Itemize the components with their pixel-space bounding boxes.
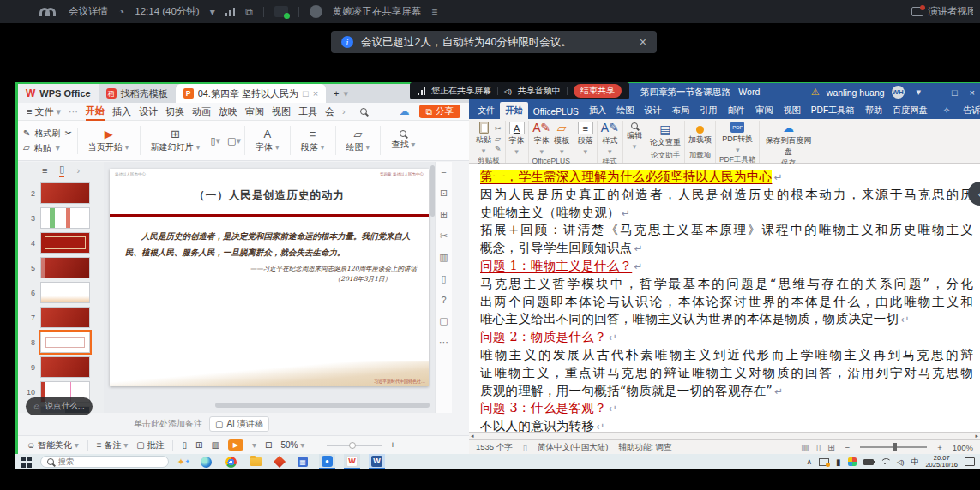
wps-zoom-slider[interactable] xyxy=(327,445,382,446)
slide-thumbnail[interactable]: 4 xyxy=(27,232,100,254)
notification-center-icon[interactable] xyxy=(965,457,975,466)
ai-speech-button[interactable]: ▢AI 演讲稿 xyxy=(209,416,269,432)
play-from-page-button[interactable]: ▶当页开始 ▾ xyxy=(81,128,136,153)
open-window-icon[interactable]: ⧉ xyxy=(245,6,253,18)
menu-item-slideshow[interactable]: 放映 xyxy=(219,105,237,118)
tab-design[interactable]: 设计 xyxy=(640,102,667,119)
draw-button[interactable]: ▱绘图 ▾ xyxy=(340,128,377,153)
wifi-icon[interactable] xyxy=(881,458,890,465)
thumbnail-view-icon[interactable]: ▯ xyxy=(59,164,64,177)
sorter-view-icon[interactable]: ⊞ xyxy=(195,440,202,450)
fit-icon[interactable]: ⊡ xyxy=(265,440,272,450)
word-paragraph-button[interactable]: ≡段落▾ xyxy=(578,122,593,156)
font-button[interactable]: A字体 ▾ xyxy=(249,128,286,153)
word-minimize-button[interactable]: ─ xyxy=(933,87,940,98)
account-avatar[interactable]: WH xyxy=(892,86,905,99)
app-tray-icon[interactable] xyxy=(848,457,857,466)
wps-horizontal-scrollbar[interactable] xyxy=(215,403,430,408)
slide-thumbnail[interactable]: 7 xyxy=(27,307,100,328)
time-chevron-icon[interactable]: ▾ xyxy=(210,6,215,18)
scroll-right-icon[interactable]: ▸ xyxy=(975,433,978,439)
chart-icon[interactable]: ▥ xyxy=(439,252,448,263)
word-zoom-slider[interactable] xyxy=(860,446,927,448)
menu-item-member[interactable]: 会 xyxy=(325,105,334,118)
stop-share-button[interactable]: 结束共享 xyxy=(574,84,622,98)
notes-toggle[interactable]: ≡ 备注 ▾ xyxy=(97,439,128,451)
meeting-chat-bubble[interactable]: ☺ 说点什么... xyxy=(26,397,93,415)
pdf-convert-button[interactable]: PDFPDF转换▾ xyxy=(722,122,753,154)
slideshow-play-button[interactable]: ▶ xyxy=(228,439,243,451)
paragraph-button[interactable]: ≡段落 ▾ xyxy=(294,128,332,153)
zoom-in-icon[interactable]: + xyxy=(390,440,395,450)
addins-button[interactable]: 加载项 xyxy=(688,126,712,146)
menu-item-start[interactable]: 开始 xyxy=(86,103,105,121)
tab-pin-icon[interactable]: □ xyxy=(303,88,309,99)
taskbar-word[interactable]: W xyxy=(369,454,385,469)
slide-thumbnail[interactable]: 6 xyxy=(27,282,100,303)
copilot-icon[interactable]: ✦✦ xyxy=(177,456,189,468)
share-list-icon[interactable]: ≡ xyxy=(431,6,437,18)
settings-icon[interactable]: ⊡ xyxy=(440,188,448,199)
tab-layout[interactable]: 布局 xyxy=(667,102,694,119)
word-horizontal-scrollbar[interactable]: ◂ ▸ xyxy=(469,432,980,439)
search-input[interactable] xyxy=(58,457,144,466)
taskbar-explorer[interactable] xyxy=(248,454,264,469)
banner-close-icon[interactable]: × xyxy=(640,35,646,49)
template-button[interactable]: ▱模板▾ xyxy=(554,122,569,156)
wps-zoom-level[interactable]: 50% ▾ xyxy=(280,440,304,450)
word-zoom-level[interactable]: 100% xyxy=(953,443,973,452)
tab-review[interactable]: 审阅 xyxy=(750,102,778,119)
word-zoom-out[interactable]: − xyxy=(845,443,851,452)
tab-mailings[interactable]: 邮件 xyxy=(723,102,750,119)
menu-item-review[interactable]: 审阅 xyxy=(245,105,264,118)
word-zoom-in[interactable]: + xyxy=(937,443,942,452)
menu-item-animation[interactable]: 动画 xyxy=(192,105,211,118)
normal-view-icon[interactable]: ▯ xyxy=(182,440,187,450)
web-layout-icon[interactable]: ⊞ xyxy=(827,443,834,452)
tab-home[interactable]: 开始 xyxy=(500,102,527,119)
taskbar-calculator[interactable]: ▦ xyxy=(295,454,310,469)
plagiarism-check-button[interactable]: ▤论文查重 xyxy=(650,123,681,148)
word-document-page[interactable]: 第一，学生需深入理解为什么必须坚持以人民为中心↵ 因为人民是历史真正的创造者，人… xyxy=(469,164,980,432)
warning-icon[interactable]: ⚠ xyxy=(811,87,820,98)
officeplus-font-button[interactable]: A✎字体▾ xyxy=(532,122,550,156)
battery-icon[interactable] xyxy=(863,459,874,465)
copy-icon[interactable]: ▱ xyxy=(495,134,502,143)
section-button[interactable]: ▢▾ xyxy=(227,135,241,146)
read-mode-icon[interactable]: ▥ xyxy=(801,443,809,452)
notes-placeholder[interactable]: 单击此处添加备注 xyxy=(134,418,202,430)
layout-tools-icon[interactable]: ⊞ xyxy=(440,209,448,220)
word-close-button[interactable]: × xyxy=(970,87,975,98)
start-button[interactable] xyxy=(21,457,32,468)
tab-draw[interactable]: 绘图 xyxy=(611,102,639,119)
taskbar-app-diamond[interactable] xyxy=(273,454,286,469)
styles-button[interactable]: A✎样式▾ xyxy=(601,122,619,156)
word-maximize-button[interactable]: □ xyxy=(952,87,958,98)
word-font-button[interactable]: A字体▾ xyxy=(509,122,525,156)
scroll-left-icon[interactable]: ◂ xyxy=(471,433,474,439)
cloud-sync-icon[interactable]: ☁ xyxy=(400,105,410,117)
tab-insert[interactable]: 插入 xyxy=(584,102,611,119)
outline-view-icon[interactable]: ≡ xyxy=(42,165,47,176)
more-tools-icon[interactable]: ⋯ xyxy=(439,337,448,348)
slide-thumbnail-current[interactable]: 8 xyxy=(27,332,100,353)
cut-icon[interactable]: ✂ xyxy=(495,124,502,133)
help-icon[interactable]: ? xyxy=(441,295,446,305)
recording-icon[interactable] xyxy=(274,6,288,17)
speaker-view-icon[interactable] xyxy=(911,7,923,16)
format-painter-button[interactable]: ✎格式刷✂ xyxy=(23,128,72,140)
microphone-tray-icon[interactable]: ▮ xyxy=(836,457,841,467)
taskbar-chrome[interactable] xyxy=(223,454,239,469)
ime-indicator[interactable]: 中 xyxy=(911,457,918,468)
tab-references[interactable]: 引用 xyxy=(694,102,722,119)
find-button[interactable]: 查找 ▾ xyxy=(384,130,422,151)
slide-thumbnail[interactable]: 5 xyxy=(27,257,100,278)
slide-thumbnail[interactable]: 9 xyxy=(27,356,100,378)
new-tab-button[interactable]: + ▾ xyxy=(326,84,356,103)
word-count[interactable]: 1535 个字 xyxy=(476,442,513,453)
proofing-icon[interactable]: ▯ xyxy=(523,443,527,452)
word-paste-button[interactable]: 粘贴▾ xyxy=(476,122,491,155)
taskbar-search[interactable] xyxy=(40,456,169,468)
display-tray-icon[interactable] xyxy=(819,458,829,466)
edit-button[interactable]: 编辑▾ xyxy=(627,122,642,151)
